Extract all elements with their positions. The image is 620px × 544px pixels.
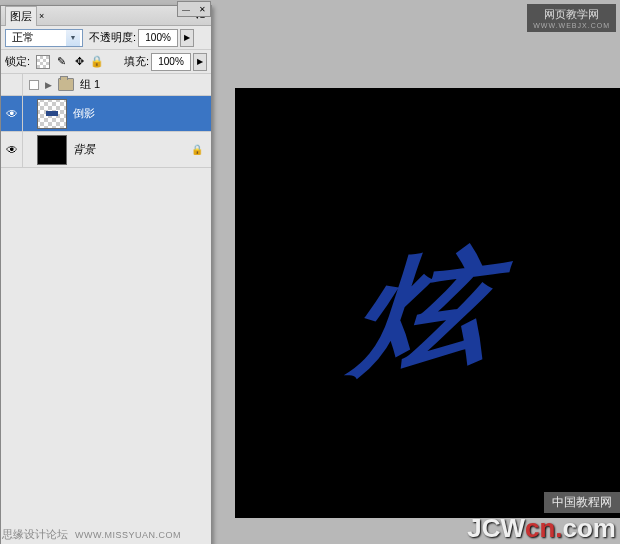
folder-icon [58,78,74,91]
eye-icon: 👁 [6,143,18,157]
eye-icon: 👁 [6,107,18,121]
blend-mode-value: 正常 [8,30,66,45]
layer-group-row[interactable]: ▶ 组 1 [1,74,211,96]
visibility-toggle[interactable] [1,74,23,95]
logo-dot: . [555,513,562,543]
blend-mode-dropdown[interactable]: 正常 ▼ [5,29,83,47]
layer-name: 倒影 [73,106,95,121]
blend-opacity-row: 正常 ▼ 不透明度: 100% ▶ [1,26,211,50]
layer-list: ▶ 组 1 👁 倒影 👁 背景 🔒 [1,74,211,168]
watermark-logo: JCWcn.com [463,513,620,544]
layer-thumbnail [37,135,67,165]
lock-move-icon[interactable]: ✥ [72,55,86,69]
layers-panel: — ✕ 图层 × ▾≡ 正常 ▼ 不透明度: 100% ▶ 锁定: ✎ ✥ 🔒 … [0,5,212,544]
visibility-toggle[interactable]: 👁 [1,132,23,167]
watermark-bl-url: WWW.MISSYUAN.COM [75,530,181,540]
lock-transparency-icon[interactable] [36,55,50,69]
tab-layers[interactable]: 图层 [5,6,37,26]
layer-thumbnail [37,99,67,129]
opacity-field[interactable]: 100% [138,29,178,47]
watermark-bottom-right: 中国教程网 JCWcn.com [463,492,620,544]
watermark-top-right: 网页教学网 WWW.WEBJX.COM [527,4,616,32]
logo-part-a: JCW [467,513,525,543]
watermark-url: WWW.WEBJX.COM [533,22,610,29]
layer-name: 背景 [73,142,95,157]
lock-fill-row: 锁定: ✎ ✥ 🔒 填充: 100% ▶ [1,50,211,74]
group-name: 组 1 [80,77,100,92]
canvas-area: 炫 [235,88,620,518]
minimize-button[interactable]: — [178,2,194,16]
expand-icon[interactable]: ▶ [45,80,52,90]
window-controls: — ✕ [177,1,211,17]
lock-icons: ✎ ✥ 🔒 [36,55,104,69]
lock-all-icon[interactable]: 🔒 [90,55,104,69]
fill-flyout-button[interactable]: ▶ [193,53,207,71]
lock-label: 锁定: [5,54,30,69]
watermark-title: 网页教学网 [533,7,610,22]
canvas-text: 炫 [336,216,519,407]
logo-part-c: com [563,513,616,543]
fill-label: 填充: [124,54,149,69]
close-button[interactable]: ✕ [194,2,210,16]
opacity-flyout-button[interactable]: ▶ [180,29,194,47]
fill-field[interactable]: 100% [151,53,191,71]
visibility-toggle[interactable]: 👁 [1,96,23,131]
chevron-down-icon: ▼ [66,30,80,46]
watermark-badge: 中国教程网 [544,492,620,513]
layer-row-reflection[interactable]: 👁 倒影 [1,96,211,132]
watermark-bl-text: 思缘设计论坛 [2,528,68,540]
logo-part-b: cn [525,513,555,543]
watermark-bottom-left: 思缘设计论坛 WWW.MISSYUAN.COM [2,527,181,542]
layer-row-background[interactable]: 👁 背景 🔒 [1,132,211,168]
tab-close-icon[interactable]: × [39,11,44,21]
lock-brush-icon[interactable]: ✎ [54,55,68,69]
opacity-label: 不透明度: [89,30,136,45]
lock-indicator-icon: 🔒 [191,144,203,155]
group-checkbox[interactable] [29,80,39,90]
